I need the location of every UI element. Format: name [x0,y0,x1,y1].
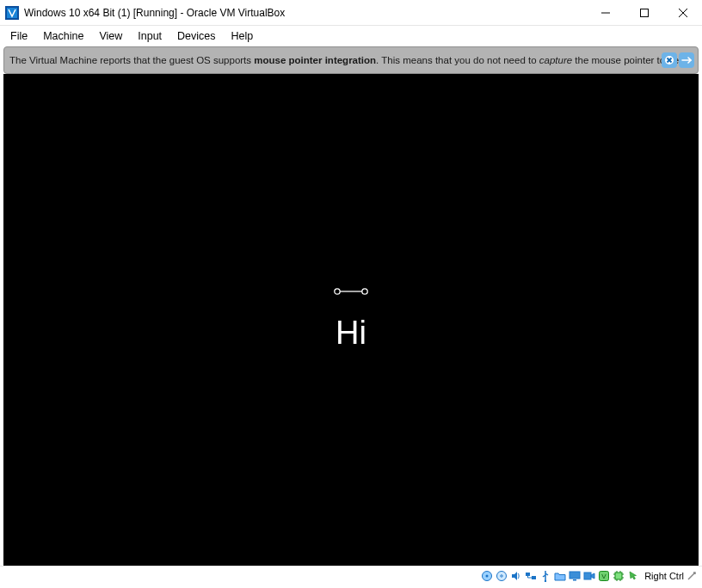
window-titlebar: Windows 10 x64 Bit (1) [Running] - Oracl… [0,0,702,26]
progress-spinner-icon [333,285,369,300]
oobe-greeting: Hi [336,315,366,352]
host-key-label: Right Ctrl [644,571,684,581]
menubar: File Machine View Input Devices Help [0,26,702,46]
statusbar: V Right Ctrl [0,566,702,585]
svg-rect-20 [573,579,576,581]
suppress-info-button[interactable] [679,52,694,68]
integration-info-bar: The Virtual Machine reports that the gue… [3,46,699,74]
svg-point-13 [486,574,489,577]
svg-rect-21 [584,573,591,579]
menu-file[interactable]: File [3,28,34,44]
integration-info-text: The Virtual Machine reports that the gue… [9,55,693,65]
harddisk-icon[interactable] [480,569,494,583]
guest-display[interactable]: Hi [3,74,699,566]
svg-point-15 [501,574,502,576]
menu-devices[interactable]: Devices [170,28,222,44]
vm-state-icon[interactable]: V [597,569,611,583]
cpu-icon[interactable] [612,569,625,583]
close-button[interactable] [663,0,702,26]
minimize-button[interactable] [586,0,625,26]
menu-help[interactable]: Help [225,28,261,44]
svg-point-9 [335,289,340,294]
virtualbox-app-icon [5,6,19,20]
menu-input[interactable]: Input [131,28,169,44]
shared-folders-icon[interactable] [553,569,567,583]
svg-point-11 [362,289,367,294]
svg-rect-19 [570,572,580,579]
mouse-integration-icon[interactable] [626,569,640,583]
svg-rect-3 [640,9,648,16]
optical-icon[interactable] [495,569,508,583]
usb-icon[interactable] [539,569,552,583]
display-icon[interactable] [568,569,582,583]
svg-point-18 [545,579,546,581]
window-title: Windows 10 x64 Bit (1) [Running] - Oracl… [24,7,285,19]
svg-text:V: V [601,573,607,580]
menu-machine[interactable]: Machine [36,28,90,44]
svg-rect-24 [615,573,622,579]
maximize-button[interactable] [625,0,663,26]
audio-icon[interactable] [509,569,523,583]
recording-icon[interactable] [582,569,596,583]
network-icon[interactable] [524,569,538,583]
svg-rect-16 [526,573,530,576]
menu-view[interactable]: View [92,28,129,44]
dismiss-info-button[interactable] [662,52,677,68]
host-key-indicator-icon [685,569,699,583]
